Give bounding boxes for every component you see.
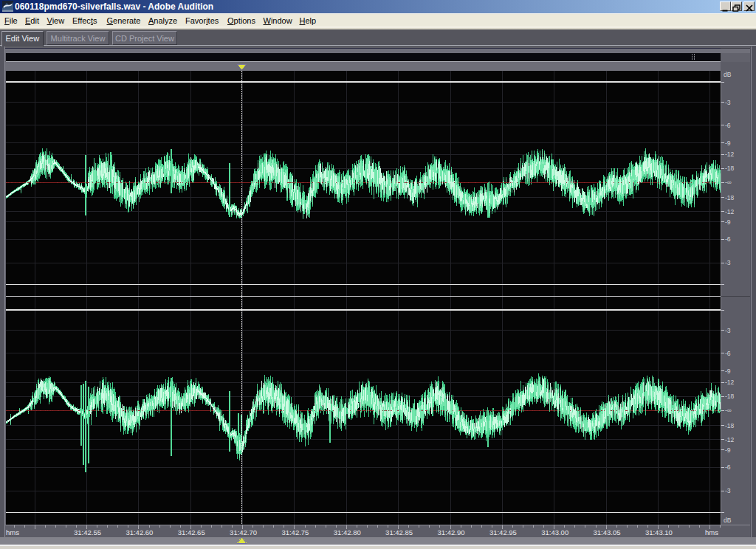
svg-text:-3: -3: [725, 487, 731, 494]
svg-text:hms: hms: [705, 528, 718, 536]
svg-text:-12: -12: [725, 151, 735, 158]
svg-text:31:42.60: 31:42.60: [126, 528, 153, 536]
svg-text:-3: -3: [725, 259, 731, 266]
svg-text:dB: dB: [724, 517, 732, 524]
svg-text:-6: -6: [725, 350, 731, 357]
svg-text:-6: -6: [725, 463, 731, 471]
svg-text:dB: dB: [724, 71, 732, 78]
svg-text:-18: -18: [725, 165, 735, 172]
svg-text:-18: -18: [725, 393, 735, 400]
svg-text:31:42.85: 31:42.85: [385, 528, 413, 536]
svg-text:31:43.00: 31:43.00: [541, 528, 568, 536]
svg-text:31:43.05: 31:43.05: [594, 528, 621, 536]
svg-text:-18: -18: [725, 194, 735, 201]
svg-text:-6: -6: [725, 122, 731, 129]
svg-text:31:42.75: 31:42.75: [281, 528, 309, 536]
svg-text:31:42.55: 31:42.55: [74, 528, 101, 536]
svg-text:31:42.95: 31:42.95: [489, 528, 517, 536]
svg-text:-12: -12: [725, 208, 735, 215]
svg-text:-∞: -∞: [725, 407, 732, 414]
svg-text:hms: hms: [6, 528, 19, 536]
svg-text:31:42.90: 31:42.90: [438, 528, 465, 536]
svg-text:-9: -9: [725, 218, 731, 226]
svg-text:31:43.10: 31:43.10: [645, 528, 673, 536]
svg-text:-3: -3: [725, 327, 731, 334]
svg-text:-6: -6: [725, 235, 731, 243]
svg-text:31:42.80: 31:42.80: [334, 528, 361, 536]
svg-text:-3: -3: [725, 99, 731, 106]
svg-text:-∞: -∞: [725, 179, 732, 186]
svg-text:-12: -12: [725, 436, 735, 443]
svg-text:-9: -9: [725, 139, 731, 147]
svg-text:-9: -9: [725, 446, 731, 454]
svg-text:-18: -18: [725, 422, 735, 429]
svg-text:31:42.70: 31:42.70: [230, 528, 257, 536]
svg-text:-12: -12: [725, 379, 735, 386]
svg-text:-9: -9: [725, 367, 731, 375]
svg-text:31:42.65: 31:42.65: [178, 528, 205, 536]
